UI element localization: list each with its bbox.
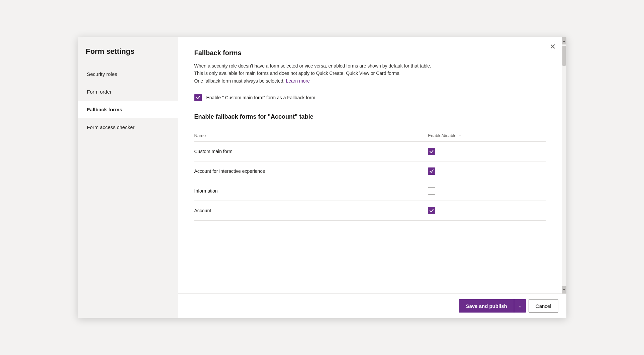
form-name-cell: Custom main form <box>194 142 428 161</box>
enable-fallback-checkbox-row: Enable " Custom main form" form as a Fal… <box>194 94 546 101</box>
sidebar-item-form-access-checker[interactable]: Form access checker <box>78 118 178 136</box>
scrollbar-up-button[interactable]: ▲ <box>562 37 566 44</box>
table-checkbox-checked[interactable] <box>428 167 435 175</box>
close-button[interactable]: ✕ <box>550 43 556 50</box>
scrollbar-track: ▲ ▼ <box>562 37 566 293</box>
dialog-body: Form settings Security roles Form order … <box>78 37 566 318</box>
col-header-enable[interactable]: Enable/disable ↑ <box>428 130 545 142</box>
chevron-down-icon: ⌄ <box>518 304 522 309</box>
subsection-title: Enable fallback forms for "Account" tabl… <box>194 113 546 120</box>
sort-icon: ↑ <box>459 134 461 138</box>
form-enable-cell <box>428 181 545 201</box>
sidebar: Form settings Security roles Form order … <box>78 37 178 318</box>
close-icon: ✕ <box>550 42 556 51</box>
form-name-cell: Information <box>194 181 428 201</box>
checkmark-icon <box>429 169 434 173</box>
cancel-button[interactable]: Cancel <box>529 299 558 313</box>
save-dropdown-button[interactable]: ⌄ <box>514 299 526 313</box>
table-row: Custom main form <box>194 142 546 161</box>
table-checkbox-checked[interactable] <box>428 207 435 214</box>
form-name-cell: Account for Interactive experience <box>194 161 428 181</box>
sidebar-item-form-order[interactable]: Form order <box>78 83 178 101</box>
sidebar-item-fallback-forms[interactable]: Fallback forms <box>78 101 178 118</box>
table-row: Information <box>194 181 546 201</box>
form-enable-cell <box>428 142 545 161</box>
checkmark-icon <box>196 95 200 100</box>
col-header-name: Name <box>194 130 428 142</box>
dialog-footer: Save and publish ⌄ Cancel <box>178 293 566 318</box>
enable-fallback-label: Enable " Custom main form" form as a Fal… <box>206 95 315 100</box>
form-settings-dialog: Form settings Security roles Form order … <box>78 37 566 318</box>
enable-fallback-checkbox[interactable] <box>194 94 202 101</box>
learn-more-link[interactable]: Learn more <box>286 78 310 84</box>
form-name-cell: Account <box>194 201 428 221</box>
form-enable-cell <box>428 201 545 221</box>
save-and-publish-button[interactable]: Save and publish ⌄ <box>459 299 526 313</box>
save-button-label[interactable]: Save and publish <box>459 299 514 313</box>
main-content: ✕ Fallback forms When a security role do… <box>178 37 566 318</box>
content-area: ✕ Fallback forms When a security role do… <box>178 37 562 293</box>
checkmark-icon <box>429 208 434 213</box>
table-row: Account for Interactive experience <box>194 161 546 181</box>
table-checkbox-checked[interactable] <box>428 148 435 155</box>
section-title: Fallback forms <box>194 49 546 57</box>
table-row: Account <box>194 201 546 221</box>
sidebar-title: Form settings <box>78 44 178 65</box>
table-checkbox-unchecked[interactable] <box>428 187 435 195</box>
checkmark-icon <box>429 149 434 154</box>
fallback-forms-table: Name Enable/disable ↑ <box>194 130 546 221</box>
scrollbar-thumb[interactable] <box>562 46 566 66</box>
description-text: When a security role doesn't have a form… <box>194 62 546 85</box>
scrollbar-down-button[interactable]: ▼ <box>562 286 566 293</box>
form-enable-cell <box>428 161 545 181</box>
sidebar-item-security-roles[interactable]: Security roles <box>78 65 178 83</box>
